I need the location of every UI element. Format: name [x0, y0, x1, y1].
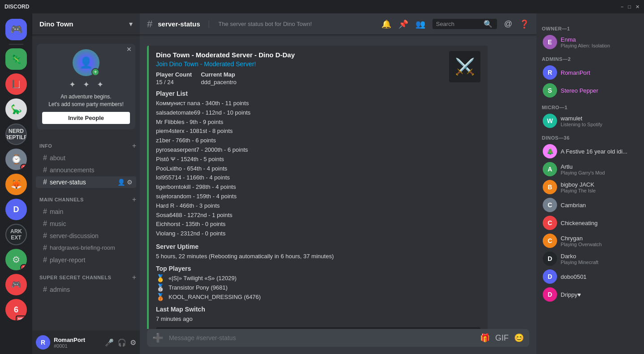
gift-icon[interactable]: 🎁: [480, 333, 490, 343]
gif-icon[interactable]: GIF: [495, 333, 509, 343]
hash-icon: #: [43, 220, 47, 228]
section-main-header[interactable]: MAIN CHANNELS +: [32, 188, 140, 205]
server-icon-nerd[interactable]: NERDREPTILE: [5, 124, 27, 145]
member-item[interactable]: RRomanPort: [540, 64, 640, 81]
current-user-name: RomanPort: [54, 337, 101, 343]
microphone-icon[interactable]: 🎤: [105, 338, 114, 347]
member-item[interactable]: Ddobo0501: [540, 268, 640, 286]
member-item[interactable]: 🎄A Festive 16 year old idi...: [540, 142, 640, 160]
channel-hardgraves[interactable]: # hardgraves-briefing-room: [36, 242, 136, 254]
member-item[interactable]: CChryganPlaying Overwatch: [540, 232, 640, 250]
server-icon-d[interactable]: D: [5, 199, 27, 220]
member-name: A Festive 16 year old idi...: [561, 148, 638, 155]
member-item[interactable]: CCambrian: [540, 196, 640, 214]
embed-current-map-label: Current Map: [201, 71, 237, 78]
top-player-item: 🥉KOOL_RANCH_DRESSING (6476): [156, 293, 480, 301]
server-icon-ark[interactable]: ARKEXT: [5, 224, 27, 245]
server-icon-discord-home[interactable]: 🎮: [5, 19, 27, 40]
member-status: Listening to Spotify: [561, 122, 638, 127]
message-input-box: ➕ 🎁 GIF 😊: [147, 329, 529, 347]
server-icon-gear[interactable]: ⚙ 1: [5, 249, 27, 270]
channel-header-divider: │: [207, 21, 211, 28]
channel-main-label: main: [50, 208, 63, 215]
member-item[interactable]: DDrippy♥: [540, 286, 640, 303]
channel-main[interactable]: # main: [36, 206, 136, 218]
pin-icon[interactable]: 📌: [398, 19, 408, 29]
maximize-button[interactable]: □: [628, 4, 631, 10]
channel-about[interactable]: # about: [36, 152, 136, 164]
member-item[interactable]: EEnmaPlaying Alien: Isolation: [540, 33, 640, 51]
embed-thumbnail: ⚔️: [449, 51, 480, 82]
member-name: bigboy JACK: [561, 181, 638, 188]
message-add-button[interactable]: ➕: [152, 333, 164, 343]
minimize-button[interactable]: −: [621, 4, 623, 10]
channel-server-status[interactable]: # server-status 👤 ⚙: [36, 176, 136, 188]
member-item[interactable]: SStereo Pepper: [540, 81, 640, 99]
invite-people-button[interactable]: Invite People: [42, 112, 130, 124]
member-item[interactable]: AArtluPlaying Garry's Mod: [540, 160, 640, 178]
server-icon-new[interactable]: 6 NEW: [5, 299, 27, 320]
server-icon-last[interactable]: 🎮: [5, 274, 27, 295]
close-button[interactable]: ✕: [635, 4, 640, 10]
member-status: Playing Minecraft: [561, 260, 638, 265]
member-item[interactable]: CChickeneating: [540, 214, 640, 232]
channel-admins[interactable]: # admins: [36, 284, 136, 295]
member-item[interactable]: WwamuletListening to Spotify: [540, 112, 640, 130]
sidebar-server-header[interactable]: Dino Town ▾: [32, 13, 140, 35]
member-section-title: ADMINS—2: [542, 56, 639, 62]
section-secret-header[interactable]: SUPER SECRET CHANNELS +: [32, 266, 140, 283]
hash-icon: #: [43, 208, 47, 216]
member-item[interactable]: DDarkoPlaying Minecraft: [540, 250, 640, 268]
add-member-icon[interactable]: 👤: [117, 179, 125, 186]
section-main-add[interactable]: +: [132, 196, 136, 204]
embed-link[interactable]: Join Dino Town - Moderated Server!: [156, 60, 480, 68]
settings-icon[interactable]: ⚙: [127, 179, 133, 186]
member-status: Playing Overwatch: [561, 242, 638, 247]
header-icons: 🔔 📌 👥 🔍 @ ❓: [381, 19, 529, 29]
player-list-item: Sosa6488 - 1272nd - 1 points: [156, 211, 480, 220]
server-icon-watch[interactable]: ⌚ 7: [5, 149, 27, 170]
section-info-title: INFO: [39, 143, 52, 149]
server-icon-wolf[interactable]: 🦊: [5, 174, 27, 195]
channel-server-status-actions: 👤 ⚙: [117, 179, 133, 186]
search-input[interactable]: [436, 21, 481, 27]
player-list-item: salsadetomate69 - 112nd - 10 points: [156, 108, 480, 118]
headphones-icon[interactable]: 🎧: [117, 338, 126, 347]
hash-icon: #: [43, 286, 47, 294]
player-list-item: Hard R - 466th - 3 points: [156, 201, 480, 211]
server-icon-white[interactable]: 🦕: [5, 98, 27, 120]
current-user-avatar: R: [36, 335, 50, 350]
server-icon-red[interactable]: 📕: [5, 73, 27, 95]
member-item[interactable]: Bbigboy JACKPlaying The Isle: [540, 178, 640, 196]
invite-avatar: 👤 +: [73, 49, 99, 76]
channel-announcements[interactable]: # announcements: [36, 164, 136, 176]
embed-fields: Player Count 15 / 24 Current Map ddd_pac…: [156, 71, 442, 85]
emoji-icon[interactable]: 😊: [514, 333, 524, 343]
member-avatar: S: [543, 83, 557, 98]
channel-music[interactable]: # music: [36, 218, 136, 230]
hash-icon: #: [43, 256, 47, 264]
at-icon[interactable]: @: [504, 19, 512, 29]
member-status: Playing Garry's Mod: [561, 170, 638, 175]
embed-player-count-label: Player Count: [156, 71, 192, 78]
member-section-title: DINOS—36: [542, 135, 639, 141]
player-list-item: Коммунист nana - 340th - 11 points: [156, 99, 480, 108]
section-info-add[interactable]: +: [132, 142, 136, 150]
player-list-item: tigerborntokill - 298th - 4 points: [156, 183, 480, 192]
search-icon: 🔍: [484, 20, 493, 28]
message-input[interactable]: [169, 334, 475, 341]
settings-icon[interactable]: ⚙: [130, 338, 136, 347]
section-secret-add[interactable]: +: [132, 273, 136, 281]
members-icon[interactable]: 👥: [415, 19, 425, 29]
hash-icon: #: [43, 244, 47, 252]
member-list: OWNER—1EEnmaPlaying Alien: IsolationADMI…: [536, 13, 644, 354]
channel-player-report[interactable]: # player-report: [36, 254, 136, 266]
search-bar[interactable]: 🔍: [432, 19, 497, 29]
section-info-header[interactable]: INFO +: [32, 135, 140, 152]
bell-icon[interactable]: 🔔: [381, 19, 391, 29]
channel-server-discussion[interactable]: # server-discussion: [36, 230, 136, 242]
invite-close-button[interactable]: ✕: [126, 46, 132, 53]
channel-header: # server-status │ The server status bot …: [140, 13, 536, 35]
help-icon[interactable]: ❓: [519, 19, 529, 29]
server-icon-green[interactable]: 🦎: [5, 48, 27, 70]
